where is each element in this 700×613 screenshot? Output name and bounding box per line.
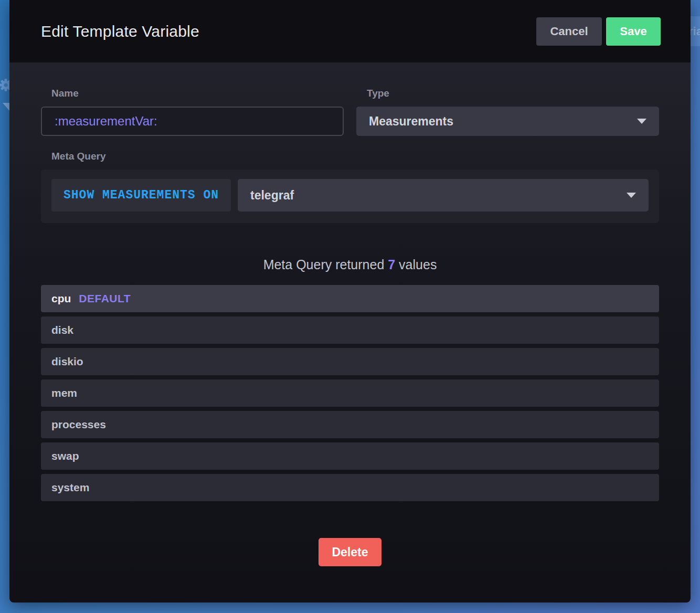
edit-template-variable-modal: Edit Template Variable Cancel Save Name … — [9, 0, 691, 603]
type-dropdown[interactable]: Measurements — [356, 107, 659, 136]
list-item-disk[interactable]: disk — [41, 316, 659, 344]
type-label: Type — [356, 87, 659, 100]
list-item-label: mem — [51, 387, 77, 399]
database-dropdown-value: telegraf — [250, 188, 627, 203]
summary-suffix: values — [399, 257, 437, 272]
meta-query-label: Meta Query — [41, 150, 659, 163]
background-variables-button: ria — [691, 16, 700, 46]
list-item-diskio[interactable]: diskio — [41, 348, 659, 375]
default-badge: DEFAULT — [79, 292, 131, 305]
meta-query-panel: SHOW MEASUREMENTS ON telegraf — [41, 170, 659, 223]
list-item-cpu[interactable]: cpu DEFAULT — [41, 285, 659, 312]
meta-query-summary: Meta Query returned 7 values — [41, 257, 659, 272]
list-item-label: disk — [51, 324, 73, 336]
chevron-down-icon — [637, 119, 646, 124]
screen: ria Edit Template Variable Cancel Save N… — [0, 0, 700, 613]
summary-prefix: Meta Query returned — [263, 257, 385, 272]
list-item-label: diskio — [51, 355, 83, 368]
value-list: cpu DEFAULT disk diskio mem processes sw… — [41, 285, 659, 501]
save-button[interactable]: Save — [606, 17, 661, 46]
modal-body: Name Type Measurements Meta Query SHOW M… — [9, 62, 691, 603]
name-field-group: Name — [41, 87, 344, 136]
list-item-label: swap — [51, 450, 79, 462]
database-dropdown[interactable]: telegraf — [238, 179, 649, 212]
cancel-button[interactable]: Cancel — [536, 17, 602, 46]
modal-header: Edit Template Variable Cancel Save — [9, 0, 691, 62]
variable-name-input[interactable] — [41, 107, 344, 136]
header-buttons: Cancel Save — [536, 17, 661, 46]
meta-query-keyword: SHOW MEASUREMENTS ON — [51, 179, 231, 212]
chevron-down-icon — [627, 193, 636, 198]
name-type-row: Name Type Measurements — [41, 87, 659, 136]
modal-title: Edit Template Variable — [41, 23, 536, 40]
list-item-swap[interactable]: swap — [41, 442, 659, 470]
background-partial-text: ria — [691, 25, 700, 38]
name-label: Name — [41, 87, 344, 100]
type-field-group: Type Measurements — [356, 87, 659, 136]
list-item-label: cpu — [51, 292, 71, 305]
delete-button-container: Delete — [41, 538, 659, 566]
list-item-label: processes — [51, 418, 106, 431]
list-item-system[interactable]: system — [41, 474, 659, 501]
list-item-mem[interactable]: mem — [41, 379, 659, 407]
list-item-label: system — [51, 481, 89, 494]
type-dropdown-value: Measurements — [369, 114, 637, 129]
result-count: 7 — [388, 257, 395, 272]
list-item-processes[interactable]: processes — [41, 411, 659, 438]
delete-button[interactable]: Delete — [319, 538, 381, 566]
